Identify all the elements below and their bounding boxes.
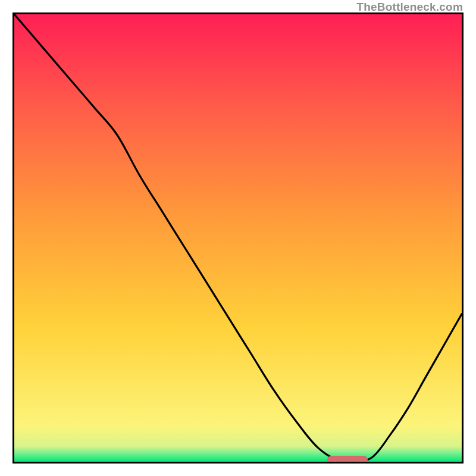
bottleneck-chart: TheBottleneck.com — [0, 0, 476, 476]
curve-layer — [14, 14, 462, 462]
plot-area — [12, 12, 464, 464]
optimal-range-marker — [327, 456, 368, 464]
attribution-label: TheBottleneck.com — [356, 1, 463, 14]
bottleneck-curve — [14, 14, 462, 462]
